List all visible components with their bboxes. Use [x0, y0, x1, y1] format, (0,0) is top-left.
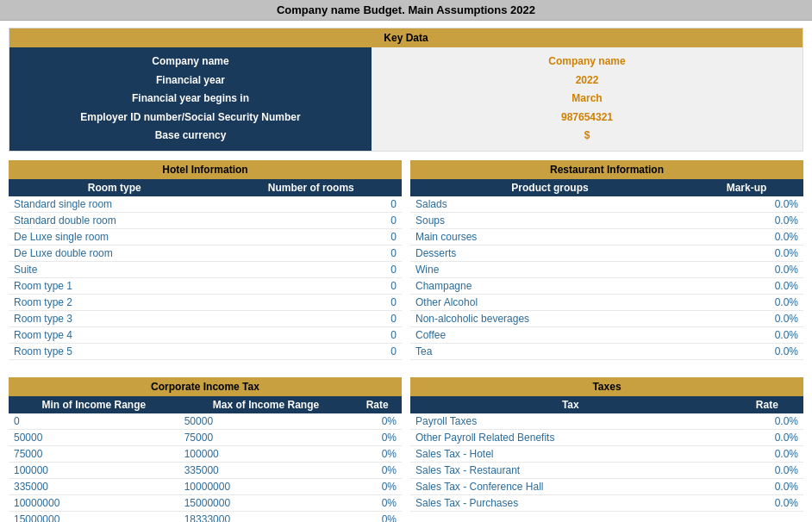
- markup-4: 0.0%: [690, 245, 803, 261]
- table-row: De Luxe double room 0: [9, 245, 402, 261]
- room-count-9: 0: [221, 326, 402, 343]
- hotel-col-num-rooms: Number of rooms: [221, 179, 402, 196]
- table-row: Room type 3 0: [9, 310, 402, 326]
- room-type-1: Standard single room: [9, 196, 221, 213]
- corp-rate-1: 0%: [353, 413, 402, 430]
- corp-min-5: 335000: [9, 478, 179, 494]
- tax-2: Other Payroll Related Benefits: [410, 429, 731, 445]
- corp-max-2: 75000: [179, 429, 353, 445]
- table-row: 15000000 18333000 0%: [9, 511, 402, 522]
- room-count-7: 0: [221, 294, 402, 310]
- corp-min-4: 100000: [9, 462, 179, 478]
- tax-col-rate: Rate: [731, 396, 803, 413]
- corp-max-1: 50000: [179, 413, 353, 430]
- key-data-header: Key Data: [9, 28, 803, 47]
- table-row: Room type 5 0: [9, 343, 402, 359]
- table-row: Champagne 0.0%: [410, 277, 803, 294]
- tax-col-name: Tax: [410, 396, 731, 413]
- table-row: Soups 0.0%: [410, 212, 803, 228]
- room-count-4: 0: [221, 245, 402, 261]
- value-company-name: Company name: [380, 53, 794, 71]
- taxes-table: Taxes Tax Rate Payroll Taxes 0.0% Other …: [410, 377, 803, 512]
- table-row: Sales Tax - Purchases 0.0%: [410, 494, 803, 511]
- taxes-panel: Taxes Tax Rate Payroll Taxes 0.0% Other …: [410, 377, 803, 522]
- hotel-info-table: Hotel Information Room type Number of ro…: [9, 160, 402, 360]
- corp-max-6: 15000000: [179, 494, 353, 511]
- table-row: 335000 10000000 0%: [9, 478, 402, 494]
- value-financial-year: 2022: [380, 71, 794, 90]
- markup-3: 0.0%: [690, 228, 803, 245]
- label-base-currency: Base currency: [18, 127, 363, 146]
- restaurant-col-product: Product groups: [410, 179, 690, 196]
- room-count-6: 0: [221, 277, 402, 294]
- tax-rate-5: 0.0%: [731, 478, 803, 494]
- table-row: Standard single room 0: [9, 196, 402, 213]
- table-row: Coffee 0.0%: [410, 326, 803, 343]
- product-8: Non-alcoholic beverages: [410, 310, 690, 326]
- table-row: Desserts 0.0%: [410, 245, 803, 261]
- tax-rate-3: 0.0%: [731, 445, 803, 462]
- table-row: Room type 2 0: [9, 294, 402, 310]
- key-data-section: Key Data Company name Financial year Fin…: [9, 28, 803, 152]
- room-type-4: De Luxe double room: [9, 245, 221, 261]
- corp-max-7: 18333000: [179, 511, 353, 522]
- hotel-col-room-type: Room type: [9, 179, 221, 196]
- corp-rate-5: 0%: [353, 478, 402, 494]
- corp-rate-4: 0%: [353, 462, 402, 478]
- corp-rate-2: 0%: [353, 429, 402, 445]
- corp-min-6: 10000000: [9, 494, 179, 511]
- table-row: 10000000 15000000 0%: [9, 494, 402, 511]
- taxes-header: Taxes: [410, 377, 803, 396]
- tax-rate-1: 0.0%: [731, 413, 803, 430]
- key-data-body: Company name Financial year Financial ye…: [9, 47, 803, 151]
- main-content: Hotel Information Room type Number of ro…: [9, 160, 803, 369]
- corp-col-rate: Rate: [353, 396, 402, 413]
- room-type-8: Room type 3: [9, 310, 221, 326]
- product-10: Tea: [410, 343, 690, 359]
- corp-col-min: Min of Income Range: [9, 396, 179, 413]
- table-row: Suite 0: [9, 261, 402, 277]
- tax-3: Sales Tax - Hotel: [410, 445, 731, 462]
- tax-6: Sales Tax - Purchases: [410, 494, 731, 511]
- label-fy-begins: Financial year begins in: [18, 90, 363, 109]
- room-type-3: De Luxe single room: [9, 228, 221, 245]
- value-base-currency: $: [380, 127, 794, 146]
- markup-9: 0.0%: [690, 326, 803, 343]
- corp-col-max: Max of Income Range: [179, 396, 353, 413]
- product-9: Coffee: [410, 326, 690, 343]
- corp-rate-3: 0%: [353, 445, 402, 462]
- room-type-5: Suite: [9, 261, 221, 277]
- room-type-9: Room type 4: [9, 326, 221, 343]
- markup-1: 0.0%: [690, 196, 803, 213]
- table-row: Other Payroll Related Benefits 0.0%: [410, 429, 803, 445]
- tax-rate-4: 0.0%: [731, 462, 803, 478]
- tax-1: Payroll Taxes: [410, 413, 731, 430]
- tax-4: Sales Tax - Restaurant: [410, 462, 731, 478]
- corp-max-5: 10000000: [179, 478, 353, 494]
- table-row: De Luxe single room 0: [9, 228, 402, 245]
- table-row: Other Alcohol 0.0%: [410, 294, 803, 310]
- restaurant-info-panel: Restaurant Information Product groups Ma…: [410, 160, 803, 369]
- hotel-info-panel: Hotel Information Room type Number of ro…: [9, 160, 402, 369]
- room-count-8: 0: [221, 310, 402, 326]
- product-6: Champagne: [410, 277, 690, 294]
- corp-rate-6: 0%: [353, 494, 402, 511]
- table-row: Payroll Taxes 0.0%: [410, 413, 803, 430]
- corporate-tax-table: Corporate Income Tax Min of Income Range…: [9, 377, 402, 522]
- room-count-1: 0: [221, 196, 402, 213]
- markup-10: 0.0%: [690, 343, 803, 359]
- hotel-info-header: Hotel Information: [9, 160, 402, 179]
- value-employer-id: 987654321: [380, 109, 794, 127]
- corp-max-4: 335000: [179, 462, 353, 478]
- label-financial-year: Financial year: [18, 71, 363, 90]
- table-row: Wine 0.0%: [410, 261, 803, 277]
- corp-min-2: 50000: [9, 429, 179, 445]
- corp-min-1: 0: [9, 413, 179, 430]
- room-type-2: Standard double room: [9, 212, 221, 228]
- table-row: 75000 100000 0%: [9, 445, 402, 462]
- table-row: Main courses 0.0%: [410, 228, 803, 245]
- page-title: Company name Budget. Main Assumptions 20…: [0, 0, 812, 21]
- room-type-7: Room type 2: [9, 294, 221, 310]
- table-row: 50000 75000 0%: [9, 429, 402, 445]
- key-data-values: Company name 2022 March 987654321 $: [372, 47, 803, 151]
